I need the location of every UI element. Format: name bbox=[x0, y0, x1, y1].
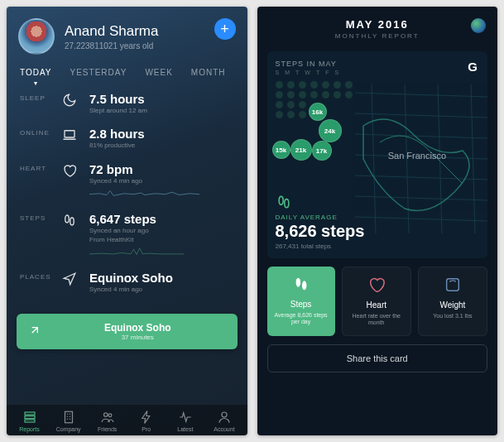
heart-icon bbox=[367, 276, 386, 297]
svg-point-7 bbox=[103, 413, 108, 417]
checkin-sub: 37 minutes bbox=[50, 334, 226, 341]
metric-online[interactable]: ONLINE 2.8 hours 81% productive bbox=[20, 127, 234, 150]
profile-header: Anand Sharma 27.223811021 years old + bbox=[7, 7, 247, 61]
metric-label: PLACES bbox=[20, 271, 50, 281]
metric-value: Equinox Soho bbox=[89, 271, 234, 285]
metric-label: SLEEP bbox=[20, 92, 50, 102]
step-bubble: 15k bbox=[272, 141, 290, 159]
steps-in-label: STEPS IN MAY bbox=[276, 60, 480, 68]
user-age: 27.223811021 years old bbox=[65, 41, 158, 50]
report-month: MAY 2016 bbox=[267, 18, 488, 31]
card-sub: Average 8,626 steps per day bbox=[272, 312, 330, 326]
heart-icon bbox=[61, 162, 78, 178]
step-bubble: 17k bbox=[312, 141, 332, 161]
daily-average: DAILY AVERAGE 8,626 steps 267,431 total … bbox=[276, 214, 365, 250]
tab-week[interactable]: WEEK bbox=[145, 68, 172, 77]
metric-cards: Steps Average 8,626 steps per day Heart … bbox=[257, 267, 498, 336]
daily-label: DAILY AVERAGE bbox=[276, 214, 365, 221]
metric-label: STEPS bbox=[20, 212, 50, 222]
share-button[interactable]: Share this card bbox=[267, 344, 488, 372]
svg-rect-5 bbox=[25, 420, 35, 422]
steps-sparkline bbox=[89, 247, 184, 256]
metric-value: 2.8 hours bbox=[89, 127, 234, 141]
svg-point-12 bbox=[295, 278, 300, 287]
footsteps-icon bbox=[276, 194, 292, 214]
dashboard-screen: Anand Sharma 27.223811021 years old + TO… bbox=[7, 7, 247, 435]
nav-reports[interactable]: Reports bbox=[10, 410, 49, 432]
expand-icon bbox=[28, 324, 41, 340]
avatar[interactable] bbox=[18, 18, 55, 55]
card-sub: Heart rate over the month bbox=[348, 313, 406, 327]
nav-account[interactable]: Account bbox=[204, 410, 243, 432]
metric-sub: Synced 4 min ago bbox=[89, 177, 234, 185]
card-title: Steps bbox=[290, 300, 312, 309]
tab-month[interactable]: MONTH bbox=[191, 68, 226, 77]
step-bubble: 24k bbox=[319, 119, 342, 142]
svg-point-1 bbox=[65, 215, 70, 223]
metric-value: 7.5 hours bbox=[89, 92, 234, 106]
checkin-title: Equinox Soho bbox=[50, 322, 226, 334]
card-sub: You lost 3.1 lbs bbox=[433, 313, 472, 319]
nav-friends[interactable]: Friends bbox=[88, 410, 127, 432]
footsteps-icon bbox=[61, 212, 78, 228]
metric-sub: 81% productive bbox=[89, 142, 234, 150]
svg-rect-3 bbox=[25, 412, 35, 415]
step-bubble: 16k bbox=[309, 103, 327, 121]
card-weight[interactable]: Weight You lost 3.1 lbs bbox=[418, 267, 487, 336]
card-steps[interactable]: Steps Average 8,626 steps per day bbox=[267, 267, 335, 336]
metrics-list: SLEEP 7.5 hours Slept around 12 am ONLIN… bbox=[7, 80, 247, 310]
gyroscope-badge-icon: G bbox=[468, 60, 478, 74]
card-title: Weight bbox=[439, 300, 465, 310]
metric-sub: Synced 4 min ago bbox=[89, 286, 234, 294]
user-icon bbox=[217, 410, 232, 425]
report-subtitle: MONTHLY REPORT bbox=[267, 32, 488, 40]
city-label: San Francisco bbox=[388, 151, 446, 161]
svg-point-9 bbox=[222, 412, 227, 417]
metric-label: ONLINE bbox=[20, 127, 50, 137]
metric-steps[interactable]: STEPS 6,647 steps Synced an hour ago Fro… bbox=[20, 212, 234, 259]
user-name: Anand Sharma bbox=[65, 23, 158, 40]
heart-sparkline bbox=[89, 189, 199, 197]
metric-places[interactable]: PLACES Equinox Soho Synced 4 min ago bbox=[20, 271, 234, 294]
steps-map-card[interactable]: STEPS IN MAY S M T W T F S G 16k 24k bbox=[267, 51, 488, 258]
globe-icon[interactable] bbox=[471, 18, 486, 33]
svg-point-8 bbox=[108, 414, 112, 417]
svg-point-2 bbox=[70, 218, 74, 225]
nav-pro[interactable]: Pro bbox=[127, 410, 166, 432]
checkin-card[interactable]: Equinox Soho 37 minutes bbox=[17, 314, 238, 349]
nav-company[interactable]: Company bbox=[49, 410, 88, 432]
svg-rect-6 bbox=[65, 411, 72, 423]
svg-rect-0 bbox=[65, 131, 74, 137]
daily-value: 8,626 steps bbox=[276, 222, 365, 241]
stack-icon bbox=[22, 410, 37, 425]
add-button[interactable]: + bbox=[214, 18, 236, 40]
metric-heart[interactable]: HEART 72 bpm Synced 4 min ago bbox=[20, 162, 234, 200]
metric-label: HEART bbox=[20, 162, 50, 172]
svg-point-13 bbox=[301, 281, 306, 290]
monthly-report-screen: MAY 2016 MONTHLY REPORT STEPS IN MAY S M… bbox=[257, 7, 498, 435]
metric-sub: Synced an hour ago From HealthKit bbox=[89, 227, 234, 244]
metric-sleep[interactable]: SLEEP 7.5 hours Slept around 12 am bbox=[20, 92, 234, 115]
people-icon bbox=[100, 410, 115, 425]
building-icon bbox=[61, 410, 76, 425]
card-heart[interactable]: Heart Heart rate over the month bbox=[342, 267, 411, 336]
nav-latest[interactable]: Latest bbox=[166, 410, 204, 432]
report-header: MAY 2016 MONTHLY REPORT bbox=[257, 7, 498, 46]
scale-icon bbox=[444, 276, 462, 297]
card-title: Heart bbox=[367, 300, 386, 310]
bolt-icon bbox=[139, 410, 154, 425]
metric-value: 72 bpm bbox=[89, 162, 234, 176]
daily-total: 267,431 total steps bbox=[276, 243, 365, 250]
period-tabs: TODAY YESTERDAY WEEK MONTH bbox=[7, 61, 247, 80]
tab-today[interactable]: TODAY bbox=[20, 68, 52, 77]
moon-icon bbox=[61, 92, 78, 108]
svg-point-10 bbox=[279, 196, 283, 204]
weekday-row: S M T W T F S bbox=[276, 70, 480, 75]
footsteps-icon bbox=[292, 275, 310, 296]
location-arrow-icon bbox=[61, 271, 78, 286]
step-bubble: 21k bbox=[290, 139, 312, 161]
laptop-icon bbox=[61, 127, 78, 142]
tab-yesterday[interactable]: YESTERDAY bbox=[70, 68, 127, 77]
metric-sub: Slept around 12 am bbox=[89, 107, 234, 115]
svg-rect-4 bbox=[25, 416, 35, 419]
